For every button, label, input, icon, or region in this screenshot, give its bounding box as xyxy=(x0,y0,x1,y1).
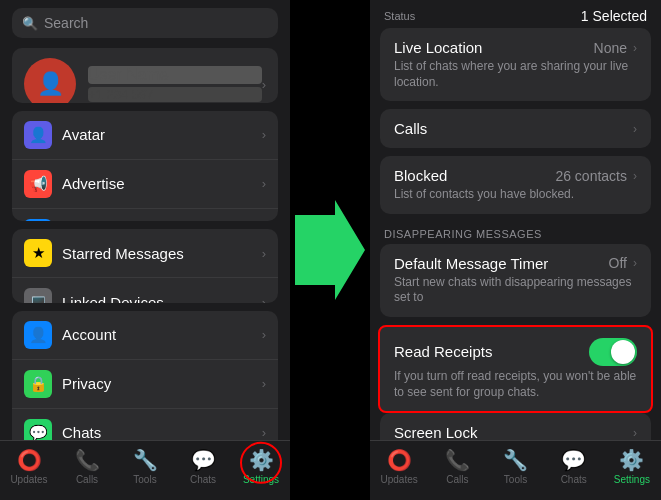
right-tab-chats[interactable]: 💬 Chats xyxy=(545,448,603,485)
status-value: 1 Selected xyxy=(581,8,647,24)
disappearing-messages-label: DISAPPEARING MESSAGES xyxy=(380,222,651,244)
live-location-desc: List of chats where you are sharing your… xyxy=(394,59,637,90)
screen-lock-chevron: › xyxy=(633,426,637,440)
default-timer-chevron: › xyxy=(633,256,637,270)
screen-lock-row: Screen Lock › xyxy=(394,424,637,440)
right-tab-bar: ⭕ Updates 📞 Calls 🔧 Tools 💬 Chats ⚙️ Set… xyxy=(370,440,661,500)
r-updates-label: Updates xyxy=(380,474,417,485)
menu-item-avatar[interactable]: 👤 Avatar › xyxy=(12,111,278,160)
chevron-icon: › xyxy=(262,425,266,440)
menu-section-2: ★ Starred Messages › 💻 Linked Devices › xyxy=(12,229,278,303)
profile-section: 👤 User Name +1 234 567 › xyxy=(12,48,278,103)
settings-label: Settings xyxy=(243,474,279,485)
tools-label: Tools xyxy=(133,474,156,485)
live-location-item[interactable]: Live Location None › List of chats where… xyxy=(380,28,651,101)
search-icon: 🔍 xyxy=(22,16,38,31)
toggle-knob xyxy=(611,340,635,364)
right-tab-updates[interactable]: ⭕ Updates xyxy=(370,448,428,485)
r-chats-icon: 💬 xyxy=(561,448,586,472)
status-header: Status 1 Selected xyxy=(370,0,661,28)
menu-section-1: 👤 Avatar › 📢 Advertise › 🔧 Business Tool… xyxy=(12,111,278,222)
chats-tab-label: Chats xyxy=(190,474,216,485)
tab-tools[interactable]: 🔧 Tools xyxy=(116,448,174,485)
svg-marker-0 xyxy=(295,200,365,300)
calls-row: Calls › xyxy=(394,120,637,137)
read-receipts-item[interactable]: Read Receipts If you turn off read recei… xyxy=(380,327,651,411)
chevron-icon: › xyxy=(262,295,266,303)
default-timer-item[interactable]: Default Message Timer Off › Start new ch… xyxy=(380,244,651,317)
blocked-item[interactable]: Blocked 26 contacts › List of contacts y… xyxy=(380,156,651,214)
profile-info: User Name +1 234 567 xyxy=(88,66,262,102)
search-bar[interactable]: 🔍 Search xyxy=(12,8,278,38)
calls-section: Calls › xyxy=(380,109,651,148)
read-receipts-title: Read Receipts xyxy=(394,343,492,360)
chats-tab-icon: 💬 xyxy=(191,448,216,472)
tab-settings[interactable]: ⚙️ Settings xyxy=(232,448,290,485)
live-location-title: Live Location xyxy=(394,39,482,56)
screen-lock-item[interactable]: Screen Lock › Require Face ID to unlock … xyxy=(380,413,651,440)
right-tab-calls[interactable]: 📞 Calls xyxy=(428,448,486,485)
left-tab-bar: ⭕ Updates 📞 Calls 🔧 Tools 💬 Chats ⚙️ Set… xyxy=(0,440,290,500)
menu-item-account[interactable]: 👤 Account › xyxy=(12,311,278,360)
blocked-desc: List of contacts you have blocked. xyxy=(394,187,637,203)
menu-item-advertise[interactable]: 📢 Advertise › xyxy=(12,160,278,209)
calls-icon: 📞 xyxy=(75,448,100,472)
avatar: 👤 xyxy=(24,58,76,103)
menu-item-linked-devices[interactable]: 💻 Linked Devices › xyxy=(12,278,278,303)
default-timer-row: Default Message Timer Off › xyxy=(394,255,637,272)
starred-label: Starred Messages xyxy=(62,245,262,262)
read-receipts-toggle[interactable] xyxy=(589,338,637,366)
calls-label: Calls xyxy=(76,474,98,485)
r-updates-icon: ⭕ xyxy=(387,448,412,472)
r-calls-icon: 📞 xyxy=(445,448,470,472)
blocked-value: 26 contacts xyxy=(555,168,627,184)
calls-chevron: › xyxy=(633,122,637,136)
green-arrow-container xyxy=(290,0,370,500)
tab-calls[interactable]: 📞 Calls xyxy=(58,448,116,485)
tab-chats[interactable]: 💬 Chats xyxy=(174,448,232,485)
updates-label: Updates xyxy=(10,474,47,485)
menu-item-business-tools[interactable]: 🔧 Business Tools › xyxy=(12,209,278,222)
left-panel: 🔍 Search 👤 User Name +1 234 567 › 👤 Avat… xyxy=(0,0,290,500)
tools-icon: 🔧 xyxy=(133,448,158,472)
privacy-icon: 🔒 xyxy=(24,370,52,398)
read-receipts-section: Read Receipts If you turn off read recei… xyxy=(378,325,653,413)
chevron-icon: › xyxy=(262,77,266,92)
r-settings-icon: ⚙️ xyxy=(619,448,644,472)
screen-lock-title: Screen Lock xyxy=(394,424,477,440)
search-placeholder: Search xyxy=(44,15,88,31)
chevron-icon: › xyxy=(262,376,266,391)
account-label: Account xyxy=(62,326,262,343)
live-location-chevron: › xyxy=(633,41,637,55)
linked-devices-icon: 💻 xyxy=(24,288,52,303)
r-tools-icon: 🔧 xyxy=(503,448,528,472)
screen-lock-section: Screen Lock › Require Face ID to unlock … xyxy=(380,413,651,440)
read-receipts-desc: If you turn off read receipts, you won't… xyxy=(394,369,637,400)
settings-list: Live Location None › List of chats where… xyxy=(370,28,661,440)
r-tools-label: Tools xyxy=(504,474,527,485)
calls-item[interactable]: Calls › xyxy=(380,109,651,148)
avatar-icon: 👤 xyxy=(24,121,52,149)
starred-icon: ★ xyxy=(24,239,52,267)
default-timer-value: Off xyxy=(609,255,627,271)
profile-item[interactable]: 👤 User Name +1 234 567 › xyxy=(12,48,278,103)
right-panel: Status 1 Selected Live Location None › L… xyxy=(370,0,661,500)
green-arrow-svg xyxy=(295,200,365,300)
chats-label: Chats xyxy=(62,424,262,441)
advertise-icon: 📢 xyxy=(24,170,52,198)
chevron-icon: › xyxy=(262,127,266,142)
live-location-section: Live Location None › List of chats where… xyxy=(380,28,651,101)
default-timer-desc: Start new chats with disappearing messag… xyxy=(394,275,637,306)
r-chats-label: Chats xyxy=(561,474,587,485)
right-tab-settings[interactable]: ⚙️ Settings xyxy=(603,448,661,485)
menu-item-privacy[interactable]: 🔒 Privacy › ➜ xyxy=(12,360,278,409)
chevron-icon: › xyxy=(262,327,266,342)
chevron-icon: › xyxy=(262,246,266,261)
tab-updates[interactable]: ⭕ Updates xyxy=(0,448,58,485)
right-tab-tools[interactable]: 🔧 Tools xyxy=(486,448,544,485)
linked-devices-label: Linked Devices xyxy=(62,294,262,303)
r-calls-label: Calls xyxy=(446,474,468,485)
blocked-title: Blocked xyxy=(394,167,447,184)
menu-item-starred[interactable]: ★ Starred Messages › xyxy=(12,229,278,278)
business-tools-icon: 🔧 xyxy=(24,219,52,222)
